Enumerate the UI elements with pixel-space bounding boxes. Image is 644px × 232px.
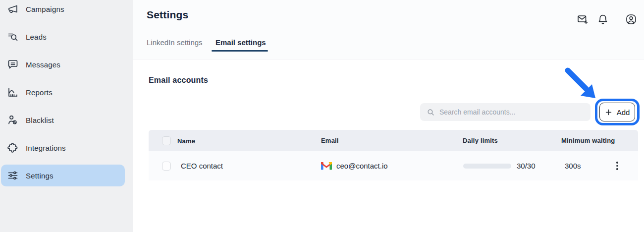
table-row: CEO contact ceo@contact.io 30/30 300s (149, 151, 638, 180)
select-all-checkbox[interactable] (162, 136, 171, 145)
section-title: Email accounts (149, 76, 208, 85)
header-actions (577, 10, 637, 29)
row-checkbox[interactable] (162, 162, 171, 171)
tab-linkedin-settings[interactable]: LinkedIn settings (147, 38, 203, 47)
plus-icon (605, 109, 612, 116)
mail-plus-icon[interactable] (577, 13, 589, 25)
sidebar-item-label: Messages (26, 60, 60, 69)
sidebar-item-integrations[interactable]: Integrations (1, 137, 125, 159)
chart-icon (7, 86, 19, 98)
sidebar-item-label: Campaigns (26, 5, 64, 13)
annotation-arrow (563, 66, 604, 108)
row-menu-kebab-icon[interactable] (611, 160, 623, 172)
add-button[interactable]: Add (599, 103, 635, 121)
leads-search-icon (7, 31, 19, 43)
bell-icon[interactable] (597, 13, 609, 25)
sidebar-item-label: Blacklist (26, 116, 54, 124)
header-divider (617, 10, 617, 29)
table-header-row: Name Email Daily limits Minimum waiting (149, 130, 638, 151)
search-input[interactable] (439, 108, 578, 116)
sidebar-item-messages[interactable]: Messages (1, 54, 125, 75)
sidebar-item-blacklist[interactable]: Blacklist (1, 109, 125, 131)
avatar-icon[interactable] (625, 13, 637, 25)
sidebar-item-settings[interactable]: Settings (1, 165, 125, 186)
chat-icon (7, 58, 19, 70)
column-header-email: Email (321, 137, 339, 144)
add-button-label: Add (617, 108, 630, 116)
page-title: Settings (147, 9, 188, 21)
sidebar-item-leads[interactable]: Leads (1, 26, 125, 48)
user-block-icon (7, 114, 19, 126)
app-window: Campaigns Leads Messages Reports Blackli (0, 0, 644, 232)
daily-limit-progress (463, 164, 511, 169)
sidebar-item-label: Settings (26, 172, 54, 180)
column-header-daily-limits: Daily limits (461, 137, 498, 144)
sidebar: Campaigns Leads Messages Reports Blackli (0, 0, 133, 232)
sidebar-item-label: Leads (26, 33, 47, 41)
search-icon (427, 108, 435, 116)
sidebar-item-label: Reports (26, 88, 53, 97)
account-email: ceo@contact.io (336, 162, 388, 170)
sidebar-item-reports[interactable]: Reports (1, 81, 125, 103)
gmail-icon (321, 162, 332, 170)
tab-email-settings[interactable]: Email settings (215, 38, 266, 47)
puzzle-icon (7, 142, 19, 154)
active-tab-underline (212, 50, 268, 52)
column-header-minimum-waiting: Minimum waiting (561, 137, 615, 144)
megaphone-icon (7, 3, 19, 15)
column-header-name: Name (177, 137, 195, 145)
page-header: Settings LinkedIn settings Email setting… (133, 0, 644, 59)
search-box (420, 103, 590, 121)
sidebar-item-campaigns[interactable]: Campaigns (1, 0, 125, 20)
daily-limit-value: 30/30 (517, 162, 536, 170)
sidebar-item-label: Integrations (26, 144, 66, 152)
account-name: CEO contact (177, 162, 223, 170)
sliders-icon (7, 170, 19, 181)
minimum-waiting-value: 300s (561, 162, 581, 170)
